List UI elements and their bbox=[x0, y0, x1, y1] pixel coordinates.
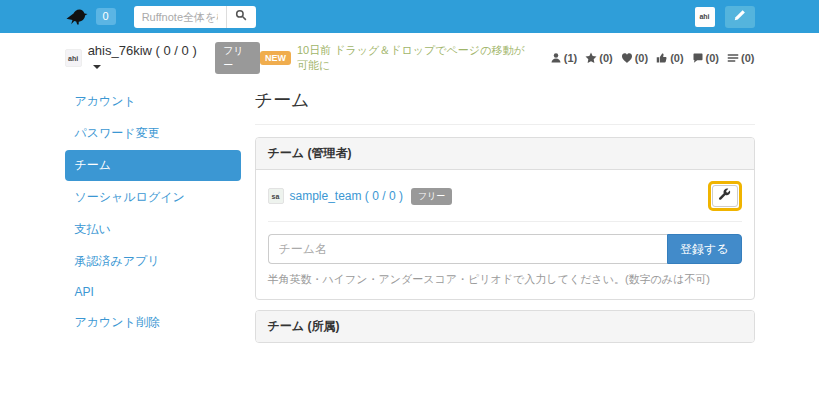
plan-badge: フリー bbox=[215, 42, 260, 74]
user-avatar[interactable]: ahi bbox=[65, 49, 82, 67]
search-icon bbox=[235, 9, 247, 24]
heart-icon bbox=[621, 52, 633, 64]
page-title: チーム bbox=[255, 86, 755, 125]
search-input[interactable] bbox=[134, 6, 226, 28]
sidebar-item-password[interactable]: パスワード変更 bbox=[65, 118, 241, 149]
topbar: 0 ahi bbox=[0, 0, 819, 33]
comment-icon bbox=[692, 52, 704, 64]
thumbs-up-stat[interactable]: (0) bbox=[656, 52, 683, 64]
settings-sidebar: アカウント パスワード変更 チーム ソーシャルログイン 支払い 承認済みアプリ … bbox=[65, 86, 241, 353]
team-link[interactable]: sample_team ( 0 / 0 ) bbox=[290, 189, 403, 203]
sidebar-item-api[interactable]: API bbox=[65, 278, 241, 306]
new-badge: NEW bbox=[260, 51, 291, 65]
register-button[interactable]: 登録する bbox=[667, 234, 742, 264]
notification-count-badge[interactable]: 0 bbox=[96, 8, 116, 25]
comments-stat[interactable]: (0) bbox=[692, 52, 719, 64]
stats-bar: (1) (0) (0) (0) (0) bbox=[542, 52, 755, 64]
sidebar-item-team[interactable]: チーム bbox=[65, 150, 241, 181]
team-settings-button[interactable] bbox=[712, 185, 738, 207]
create-team-form: 登録する bbox=[268, 234, 742, 264]
stars-stat[interactable]: (0) bbox=[585, 52, 612, 64]
sidebar-item-social-login[interactable]: ソーシャルログイン bbox=[65, 182, 241, 213]
team-avatar[interactable]: sa bbox=[268, 188, 284, 204]
pencil-icon bbox=[734, 9, 746, 24]
sidebar-item-payment[interactable]: 支払い bbox=[65, 214, 241, 245]
highlight-box bbox=[708, 181, 742, 211]
team-row: sa sample_team ( 0 / 0 ) フリー bbox=[268, 180, 742, 222]
team-name-help-text: 半角英数・ハイフン・アンダースコア・ピリオドで入力してください。(数字のみは不可… bbox=[268, 272, 742, 287]
pages-stat[interactable]: (0) bbox=[727, 52, 754, 64]
team-plan-badge: フリー bbox=[411, 188, 452, 205]
username-dropdown[interactable]: ahis_76kiw ( 0 / 0 ) bbox=[88, 43, 204, 73]
sidebar-item-account[interactable]: アカウント bbox=[65, 86, 241, 117]
thumbs-up-icon bbox=[656, 52, 668, 64]
news-link[interactable]: 10日前 ドラッグ＆ドロップでページの移動が可能に bbox=[297, 43, 530, 73]
star-icon bbox=[585, 52, 597, 64]
team-name-input[interactable] bbox=[268, 234, 667, 264]
followers-stat[interactable]: (1) bbox=[550, 52, 577, 64]
wrench-icon bbox=[718, 188, 731, 204]
user-header-row: ahi ahis_76kiw ( 0 / 0 ) フリー NEW 10日前 ドラ… bbox=[65, 33, 755, 80]
bird-logo[interactable] bbox=[65, 8, 88, 25]
site-search-form bbox=[134, 6, 256, 28]
list-icon bbox=[727, 52, 739, 64]
admin-teams-panel-header: チーム (管理者) bbox=[256, 138, 754, 170]
username-label: ahis_76kiw ( 0 / 0 ) bbox=[88, 43, 197, 58]
member-teams-panel: チーム (所属) bbox=[255, 310, 755, 343]
chevron-down-icon bbox=[93, 65, 101, 69]
new-page-button[interactable] bbox=[725, 6, 755, 28]
likes-stat[interactable]: (0) bbox=[621, 52, 648, 64]
person-icon bbox=[550, 52, 562, 64]
search-button[interactable] bbox=[226, 6, 256, 28]
sidebar-item-delete-account[interactable]: アカウント削除 bbox=[65, 307, 241, 338]
member-teams-panel-header: チーム (所属) bbox=[256, 311, 754, 342]
sidebar-item-approved-apps[interactable]: 承認済みアプリ bbox=[65, 246, 241, 277]
topbar-avatar[interactable]: ahi bbox=[695, 7, 715, 27]
admin-teams-panel: チーム (管理者) sa sample_team ( 0 / 0 ) フリー bbox=[255, 137, 755, 300]
